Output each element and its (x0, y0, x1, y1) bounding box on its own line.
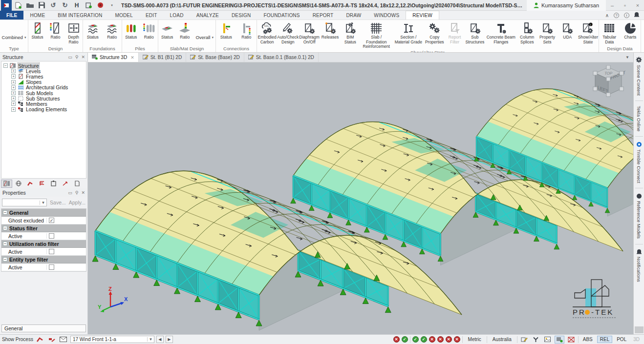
selection-icon[interactable] (555, 336, 564, 344)
save-icon[interactable] (36, 1, 47, 10)
save-button[interactable]: Save... (50, 200, 66, 205)
tree-collapse-icon[interactable]: − (3, 63, 8, 68)
ribbon-tab-load[interactable]: LOAD (164, 11, 190, 20)
close-panel-icon[interactable]: ✕ (81, 190, 85, 195)
structure-tree[interactable]: −Structure+Levels+Frames+Slopes+Architec… (1, 61, 86, 179)
ribbon-button-bim-status[interactable]: BIM Status (340, 21, 360, 45)
toggle-3d[interactable]: 3D (631, 336, 642, 343)
region-label[interactable]: Australia (489, 337, 515, 342)
property-group-header[interactable]: −General (1, 209, 86, 217)
float-panel-icon[interactable]: ▭ (68, 55, 72, 60)
ribbon-button-uda[interactable]: UDA (558, 21, 578, 40)
close-button[interactable]: × (631, 2, 644, 8)
toggle-rel[interactable]: REL (597, 336, 612, 343)
sidebar-tab-tekla-online[interactable]: Tekla Online (636, 102, 642, 135)
view-tab-st-base-0-1-base-0-1-2d[interactable]: St. Base.0.1 (Base.0.1) 2D (244, 53, 319, 62)
tree-item-frames[interactable]: +Frames (3, 74, 86, 79)
tree-item-sub-structures[interactable]: +Sub Structures (3, 96, 86, 101)
new-file-icon[interactable] (13, 1, 23, 10)
tree-expand-icon[interactable]: + (11, 69, 16, 73)
prev-loadcase-button[interactable]: ◀ (156, 336, 164, 343)
tree-item-members[interactable]: +Members (3, 101, 86, 106)
tree-item-sub-models[interactable]: +Sub Models (3, 90, 86, 96)
next-loadcase-button[interactable]: ▶ (166, 336, 173, 343)
tree-expand-icon[interactable]: + (11, 107, 16, 112)
property-group-header[interactable]: −Entity type filter (1, 256, 86, 263)
no-snap-icon[interactable] (566, 336, 576, 344)
globe-icon[interactable] (13, 180, 24, 188)
tree-item-levels[interactable]: +Levels (3, 68, 86, 74)
ribbon-button-section-material-grade[interactable]: Section / Material Grade (392, 21, 425, 45)
validate-icon[interactable]: H (71, 1, 82, 10)
close-panel-icon[interactable]: ✕ (81, 55, 85, 60)
ribbon-button-auto-check-design[interactable]: Auto/Check Design (277, 21, 299, 45)
view-tab-st-b1-b1-2d[interactable]: St. B1 (B1) 2D (139, 53, 186, 62)
minimize-button[interactable]: – (606, 2, 619, 8)
envelope-icon[interactable] (59, 336, 68, 344)
ribbon-tab-report[interactable]: REPORT (306, 11, 340, 20)
property-group-header[interactable]: −Utilization ratio filter (1, 240, 86, 248)
bell-icon[interactable] (634, 12, 639, 19)
status-indicator-5[interactable]: ✕ (429, 336, 435, 343)
ribbon-button-sub-structures[interactable]: Sub Structures (465, 21, 485, 45)
member-icon[interactable] (24, 180, 36, 188)
status-indicator-1[interactable]: ✕ (393, 336, 400, 343)
toggle-pol[interactable]: POL (614, 336, 629, 343)
ribbon-button-copy-properties[interactable]: Copy Properties (425, 21, 445, 45)
undo-icon[interactable]: ↺ (48, 1, 59, 10)
collapse-icon[interactable]: − (3, 226, 7, 230)
tree-item-slopes[interactable]: +Slopes (3, 80, 86, 85)
ribbon-button-status[interactable]: Status (122, 21, 140, 40)
open-folder-icon[interactable] (24, 1, 35, 10)
tree-item-loading-elements[interactable]: +Loading Elements (3, 107, 86, 112)
user-account[interactable]: Kumarasamy Sutharsan (527, 0, 606, 11)
more-icon[interactable]: ▾ (107, 1, 117, 10)
tree-item-architectural-grids[interactable]: +Architectural Grids (3, 85, 86, 90)
collapse-icon[interactable]: − (3, 242, 7, 246)
ribbon-button-tabular-data[interactable]: Tabular Data (599, 21, 620, 45)
checkbox[interactable] (49, 249, 54, 254)
status-indicator-8[interactable]: ✕ (454, 336, 460, 343)
ribbon-tab-draw[interactable]: DRAW (340, 11, 367, 20)
image-icon[interactable] (543, 336, 553, 344)
apply-button[interactable]: Apply... (69, 200, 86, 205)
member-flag-icon[interactable] (47, 336, 57, 344)
ribbon-button-diaphragm-on-off[interactable]: Diaphragm On/Off (299, 21, 320, 45)
member-icon[interactable] (35, 336, 45, 344)
ribbon-tab-edit[interactable]: EDIT (139, 11, 164, 20)
pin-panel-icon[interactable]: ⚲ (75, 55, 79, 60)
status-indicator-3[interactable]: ✓ (412, 336, 419, 343)
tree-expand-icon[interactable]: + (11, 74, 16, 79)
tree-expand-icon[interactable]: + (11, 101, 16, 106)
loads-icon[interactable] (36, 180, 47, 188)
view-tab-structure-3d[interactable]: Structure 3D✕ (88, 53, 139, 62)
units-label[interactable]: Metric (465, 337, 485, 342)
ribbon-button-status[interactable]: Status (83, 21, 103, 40)
ribbon-tab-foundations[interactable]: FOUNDATIONS (257, 11, 306, 20)
tree-expand-icon[interactable]: + (11, 80, 16, 84)
ribbon-button-report-filter[interactable]: Report Filter (445, 21, 465, 45)
loadcase-combo[interactable]: 17 Wind Front 1-1-a▼ (70, 336, 154, 343)
publish-check-icon[interactable] (83, 1, 94, 10)
tab-list-chevron-icon[interactable]: ▼ (622, 53, 633, 62)
ribbon-button-property-sets[interactable]: Property Sets (537, 21, 557, 45)
ribbon-button-concrete-beam-flanges[interactable]: iConcrete Beam Flanges (485, 21, 517, 45)
ribbon-button-ratio[interactable]: Ratio (46, 21, 64, 40)
ribbon-tab-analyze[interactable]: ANALYZE (190, 11, 225, 20)
property-set-combo[interactable]: ▼ (2, 199, 47, 206)
ribbon-tab-design[interactable]: DESIGN (225, 11, 258, 20)
checkbox[interactable]: ✓ (49, 218, 54, 223)
ribbon-tab-file[interactable]: FILE (0, 11, 23, 20)
status-indicator-4[interactable]: ✓ (421, 336, 427, 343)
view-tab-st-base-base-2d[interactable]: St. Base (Base) 2D (186, 53, 244, 62)
ribbon-button-depth-ratio[interactable]: Depth Ratio (64, 21, 83, 45)
draw-select-icon[interactable] (519, 336, 529, 344)
ribbon-button-ratio[interactable]: Ratio (236, 21, 257, 40)
tekla-logo[interactable] (1, 1, 12, 10)
tree-expand-icon[interactable]: + (11, 96, 16, 101)
help-icon[interactable]: ? (614, 12, 619, 18)
record-icon[interactable] (95, 1, 106, 10)
ribbon-button-ratio[interactable]: Ratio (140, 21, 158, 40)
collapse-ribbon-icon[interactable]: ∧ (605, 13, 609, 18)
checkbox[interactable] (49, 233, 54, 239)
